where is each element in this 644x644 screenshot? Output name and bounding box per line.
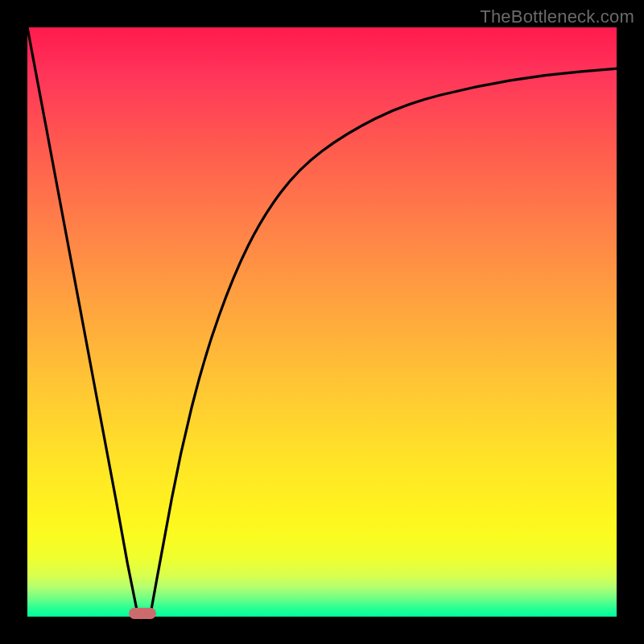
optimum-marker [129, 608, 156, 619]
curve-layer [27, 27, 617, 617]
chart-frame: TheBottleneck.com [0, 0, 644, 644]
left-descent-line [27, 27, 137, 611]
watermark-text: TheBottleneck.com [480, 6, 634, 27]
plot-area [27, 27, 617, 617]
right-rise-curve [151, 68, 617, 611]
